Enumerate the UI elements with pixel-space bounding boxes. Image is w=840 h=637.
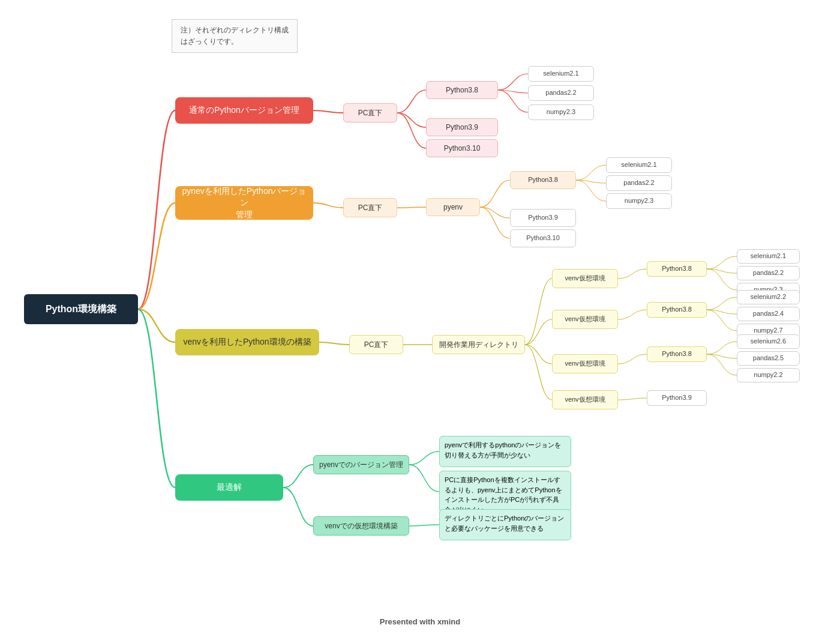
node-b1c1c2: Python3.9 — [426, 118, 498, 136]
node-b3c1c1c1c1c1: selenium2.1 — [737, 249, 800, 264]
node-b3c1c1c1c1: Python3.8 — [647, 261, 707, 277]
node-b3c1c1c3c1c1: selenium2.6 — [737, 334, 800, 349]
branch-b2: pynevを利用したPythonバージョン 管理 — [175, 186, 313, 220]
node-b3c1c1c2: venv仮想環境 — [552, 310, 618, 329]
node-b2c1c1c2: Python3.9 — [510, 209, 576, 227]
node-b2c1c1c1: Python3.8 — [510, 171, 576, 189]
branch-b4: 最適解 — [175, 474, 283, 501]
node-b1c1c1c2: pandas2.2 — [528, 85, 594, 101]
node-b4c1: pyenvでのバージョン管理 — [313, 455, 409, 474]
branch-b3: venvを利用したPython環境の構築 — [175, 329, 319, 355]
footer-text: Presented with — [380, 617, 437, 626]
node-b2c1c1c1c3: numpy2.3 — [606, 193, 672, 209]
root-node: Python環境構築 — [24, 294, 138, 324]
node-b2c1c1c1c1: selenium2.1 — [606, 157, 672, 173]
node-b2c1c1c3: Python3.10 — [510, 229, 576, 247]
node-b3c1c1c3: venv仮想環境 — [552, 354, 618, 373]
node-b3c1c1c4c1: Python3.9 — [647, 390, 707, 406]
node-b3c1c1c2c1: Python3.8 — [647, 302, 707, 318]
node-b1c1: PC直下 — [343, 103, 397, 122]
note-line1: 注）それぞれのディレクトリ構成 — [181, 25, 289, 36]
node-b3c1c1c3c1c3: numpy2.2 — [737, 368, 800, 382]
node-b2c1c1: pyenv — [426, 198, 480, 216]
node-b3c1: PC直下 — [349, 335, 403, 354]
node-b2c1c1c1c2: pandas2.2 — [606, 175, 672, 191]
branch-b1: 通常のPythonバージョン管理 — [175, 97, 313, 124]
node-b3c1c1c2c1c2: pandas2.4 — [737, 307, 800, 321]
node-b1c1c1c3: numpy2.3 — [528, 104, 594, 120]
footer-brand: xmind — [437, 617, 460, 626]
footer: Presented with xmind — [380, 617, 460, 626]
note-line2: はざっくりです。 — [181, 36, 289, 47]
node-b3c1c1: 開発作業用ディレクトリ — [432, 335, 525, 354]
node-b3c1c1c1: venv仮想環境 — [552, 269, 618, 288]
node-b3c1c1c4: venv仮想環境 — [552, 390, 618, 409]
node-b3c1c1c2c1c1: selenium2.2 — [737, 290, 800, 304]
node-b1c1c1: Python3.8 — [426, 81, 498, 99]
node-b1c1c3: Python3.10 — [426, 139, 498, 157]
node-b2c1: PC直下 — [343, 198, 397, 217]
note-box: 注）それぞれのディレクトリ構成 はざっくりです。 — [172, 19, 298, 53]
node-b1c1c1c1: selenium2.1 — [528, 66, 594, 82]
node-b3c1c1c1c1c2: pandas2.2 — [737, 266, 800, 280]
node-b4c2c1: ディレクトリごとにPythonのバージョンと必要なパッケージを用意できる — [439, 509, 571, 540]
node-b4c1c2: PCに直接Pythonを複数インストールするよりも、pyenv上にまとめてPyt… — [439, 471, 571, 513]
node-b4c2: venvでの仮想環境構築 — [313, 516, 409, 536]
node-b3c1c1c3c1: Python3.8 — [647, 346, 707, 362]
node-b3c1c1c3c1c2: pandas2.5 — [737, 351, 800, 366]
node-b4c1c1: pyenvで利用するpythonのバージョンを切り替える方が手間が少ない — [439, 436, 571, 467]
